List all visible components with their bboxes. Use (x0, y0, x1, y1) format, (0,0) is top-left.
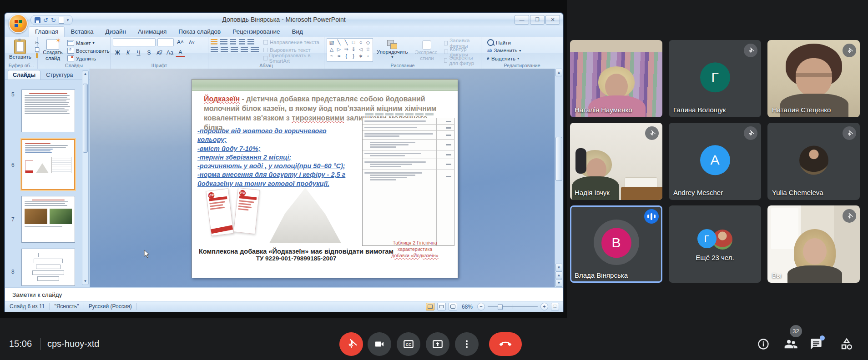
participants-button[interactable] (783, 337, 798, 353)
canvas-scrollbar[interactable]: ▲ ▼ ▲ ▼ (555, 69, 563, 287)
arrange-button[interactable]: Упорядочить▾ (375, 38, 409, 62)
align-right-button[interactable] (231, 47, 238, 53)
new-slide-button[interactable]: Создать слайд (40, 38, 66, 62)
font-color-button[interactable]: А (176, 48, 185, 57)
new-document-icon[interactable] (59, 17, 64, 24)
align-center-button[interactable] (221, 47, 228, 53)
grow-font-icon[interactable]: A˄ (176, 38, 185, 46)
scroll-down-icon[interactable]: ▼ (555, 264, 562, 271)
restore-button[interactable]: ❐ (530, 15, 545, 25)
increase-indent-button[interactable] (239, 39, 245, 45)
panel-tab-outline[interactable]: Структура (41, 70, 77, 80)
next-slide-icon[interactable]: ▼ (555, 279, 562, 287)
scroll-up-icon[interactable]: ▲ (82, 71, 88, 77)
save-icon[interactable] (35, 17, 40, 23)
info-button[interactable] (757, 338, 770, 352)
panel-tab-slides[interactable]: Слайды (8, 70, 40, 80)
replace-button[interactable]: a̲bЗаменить▾ (487, 47, 521, 54)
tab-recenzirovanie[interactable]: Рецензирование (227, 27, 286, 37)
participant-name: Andrey Mescher (673, 189, 723, 196)
panel-scrollbar[interactable]: ▲ ▼ (82, 70, 89, 285)
zoom-slider[interactable] (488, 306, 538, 307)
find-button[interactable]: Найти (487, 39, 521, 46)
scroll-thumb[interactable] (555, 137, 562, 181)
participant-tile-naumenko[interactable]: Наталія Науменко (570, 40, 662, 117)
reset-button[interactable]: Восстановить (67, 47, 110, 54)
meet-window: Доповідь Вінярська - Microsoft PowerPoin… (0, 0, 868, 360)
underline-button[interactable]: Ч (134, 49, 143, 57)
delete-slide-button[interactable]: Удалить (67, 55, 110, 62)
current-slide[interactable]: Йодказеїн - дієтична добавка представляє… (192, 79, 458, 278)
minimize-button[interactable]: — (515, 15, 529, 25)
participant-tile-ivchuk[interactable]: Надія Івчук (570, 123, 662, 200)
participant-tile-you[interactable]: Вы (767, 205, 860, 283)
zoom-out-button[interactable]: − (477, 303, 485, 310)
decrease-indent-button[interactable] (230, 39, 236, 45)
align-left-button[interactable] (211, 47, 218, 53)
bold-button[interactable]: Ж (113, 49, 122, 57)
layout-button[interactable]: Макет▾ (67, 40, 110, 46)
redo-icon[interactable]: ↻ (51, 17, 56, 23)
tab-vid[interactable]: Вид (286, 27, 309, 37)
tab-animaciya[interactable]: Анимация (132, 27, 172, 37)
slide-canvas[interactable]: Йодказеїн - дієтична добавка представляє… (90, 69, 563, 287)
paste-button[interactable]: Вставить (7, 38, 33, 62)
shape-fill-button[interactable]: Заливка фигуры (444, 39, 479, 47)
zoom-slider-thumb[interactable] (498, 304, 503, 310)
tab-vstavka[interactable]: Вставка (65, 27, 99, 37)
language-indicator[interactable]: Русский (Россия) (84, 303, 137, 310)
notes-pane[interactable]: Заметки к слайду (5, 287, 563, 301)
columns-button[interactable] (251, 47, 259, 53)
participant-tile-chemeleva[interactable]: Yulia Chemeleva (767, 123, 860, 200)
font-name-select[interactable] (113, 38, 156, 46)
captions-button[interactable]: CC (397, 332, 420, 356)
scroll-up-icon[interactable]: ▲ (555, 69, 562, 76)
font-size-select[interactable] (157, 38, 174, 46)
bullet-item: -вміст йоду 7-10%; (197, 145, 354, 153)
mute-mic-button[interactable] (339, 332, 363, 356)
zoom-in-button[interactable]: + (540, 303, 548, 310)
bullets-button[interactable] (211, 39, 217, 45)
previous-slide-icon[interactable]: ▲ (555, 271, 562, 279)
participants-overflow-tile[interactable]: Г Ещё 23 чел. (669, 205, 761, 283)
close-button[interactable]: ✕ (545, 15, 560, 25)
slide-thumbnail-7[interactable] (21, 196, 75, 243)
text-direction-button[interactable]: Направление текста (263, 39, 322, 46)
shape-outline-button[interactable]: Контур фигуры (444, 48, 479, 55)
slide-sorter-button[interactable] (437, 303, 446, 310)
shadow-button[interactable]: S (144, 49, 154, 57)
convert-smartart-button[interactable]: Преобразовать в SmartArt (263, 54, 322, 62)
slide-thumbnail-5[interactable] (21, 90, 75, 132)
qat-dropdown-icon[interactable]: ▾ (67, 18, 69, 22)
shrink-font-icon[interactable]: A˅ (187, 38, 197, 46)
undo-icon[interactable]: ↺ (43, 17, 48, 23)
office-button[interactable] (9, 14, 28, 33)
italic-button[interactable]: К (123, 49, 133, 57)
justify-button[interactable] (241, 47, 248, 53)
tab-glavnaya[interactable]: Главная (29, 26, 65, 37)
slide-thumbnail-6-selected[interactable] (21, 139, 75, 190)
tab-dizain[interactable]: Дизайн (100, 27, 132, 37)
scroll-down-icon[interactable]: ▼ (82, 278, 88, 285)
activities-button[interactable] (840, 337, 853, 353)
numbering-button[interactable] (220, 39, 227, 45)
participant-tile-stetsenko[interactable]: Наталия Стеценко (767, 40, 860, 117)
char-spacing-icon[interactable]: AV̅ (155, 49, 164, 57)
participant-tile-mescher[interactable]: A Andrey Mescher (669, 123, 761, 200)
end-call-button[interactable] (489, 332, 522, 356)
camera-button[interactable] (368, 332, 391, 356)
quick-styles-button[interactable]: Экспресс-стили (411, 38, 442, 62)
participant-tile-voloshchuk[interactable]: Г Галина Волощук (669, 40, 761, 117)
slide-thumbnail-8[interactable] (21, 249, 75, 286)
participant-tile-vinyarska-speaking[interactable]: В Влада Вінярська (570, 205, 662, 283)
more-options-button[interactable] (455, 332, 479, 356)
fit-to-window-button[interactable]: ⛶ (551, 303, 559, 310)
normal-view-button[interactable] (426, 303, 434, 310)
shapes-gallery[interactable]: ▧╲╲□○◇ △▷⇒⇓◁☆ ~≈{}∗◦ (327, 38, 373, 62)
select-button[interactable]: Выделить▾ (487, 55, 521, 62)
slideshow-button[interactable] (449, 303, 457, 310)
change-case-button[interactable]: Аа (165, 49, 175, 57)
line-spacing-button[interactable] (247, 39, 254, 45)
present-button[interactable] (426, 332, 449, 356)
tab-pokaz-slaidov[interactable]: Показ слайдов (172, 27, 227, 37)
